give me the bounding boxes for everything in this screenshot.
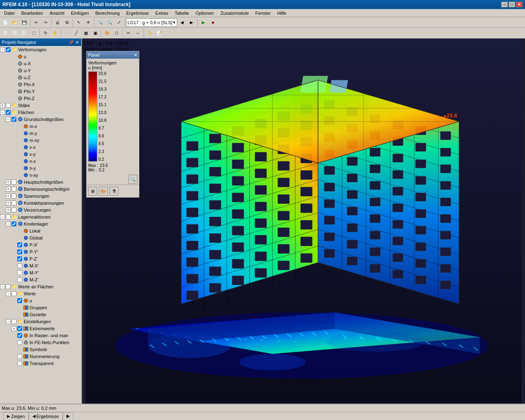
tree-expand-icon[interactable]: + xyxy=(11,326,16,331)
tree-item-in-raster--und-man[interactable]: In Raster- und man xyxy=(0,332,81,339)
tree-item-transparent[interactable]: Transparent xyxy=(0,360,81,367)
tree-item-m-x-[interactable]: M-X' xyxy=(0,262,81,269)
tree-item-hauptschnittgr--en[interactable]: +Hauptschnittgrößen xyxy=(0,178,81,185)
nav-scroll-area[interactable]: −📁Verformungenuu-Xu-Yu-ZPhi-XPhi-YPhi-Z+… xyxy=(0,46,81,404)
tree-item-p-x-[interactable]: P-X' xyxy=(0,241,81,248)
tree-item-global[interactable]: Global xyxy=(0,234,81,241)
tree-checkbox[interactable] xyxy=(6,47,11,52)
tree-checkbox[interactable] xyxy=(11,180,16,185)
pan-button[interactable]: ✋ xyxy=(50,29,59,38)
copy-button[interactable]: ⧉ xyxy=(62,18,71,27)
tree-expand-icon[interactable]: − xyxy=(6,319,11,324)
tree-expand-icon[interactable]: + xyxy=(6,180,11,185)
move-button[interactable]: ✛ xyxy=(84,18,93,27)
3d-building-visualization[interactable]: 23.6 xyxy=(82,39,525,404)
tree-checkbox[interactable] xyxy=(17,326,22,331)
tree-item-gezielte[interactable]: Gezielte xyxy=(0,311,81,318)
undo-button[interactable]: ↩ xyxy=(32,18,41,27)
tree-expand-icon[interactable]: + xyxy=(6,208,11,212)
tree-item-werte-an-fl-chen[interactable]: −📁Werte an Flächen xyxy=(0,283,81,290)
rotate-button[interactable]: ↻ xyxy=(41,29,50,38)
tree-item-lokal[interactable]: Lokal xyxy=(0,227,81,234)
minimize-button[interactable]: ─ xyxy=(501,2,508,7)
tree-checkbox[interactable] xyxy=(11,187,16,192)
tree-item-n-x[interactable]: n-x xyxy=(0,158,81,164)
nav-close-button[interactable]: ✕ xyxy=(75,40,80,45)
tree-checkbox[interactable] xyxy=(17,354,22,359)
tree-expand-icon[interactable]: + xyxy=(6,187,11,192)
open-button[interactable]: 📂 xyxy=(10,18,19,27)
tree-expand-icon[interactable]: − xyxy=(0,47,5,52)
nav-prev-button[interactable]: ◀ xyxy=(178,18,187,27)
tree-item-p-z-[interactable]: P-Z' xyxy=(0,255,81,262)
panel-filter-button[interactable]: ⚗ xyxy=(110,187,119,196)
view-3d[interactable]: ⬚ xyxy=(29,29,38,38)
tree-checkbox[interactable] xyxy=(17,249,22,254)
display-nodes[interactable]: · xyxy=(62,29,71,38)
tree-item-u[interactable]: u xyxy=(0,297,81,304)
panel-zoom-button[interactable]: 🔍 xyxy=(128,175,137,184)
display-lines[interactable]: ╱ xyxy=(72,29,81,38)
tree-expand-icon[interactable]: − xyxy=(6,117,11,122)
tree-item-m-y-[interactable]: M-Y' xyxy=(0,269,81,276)
tree-item-lagerreaktionen[interactable]: −📁Lagerreaktionen xyxy=(0,213,81,220)
tree-checkbox[interactable] xyxy=(17,333,22,338)
stop-button[interactable]: ■ xyxy=(208,18,217,27)
tree-item-u[interactable]: u xyxy=(0,53,81,60)
tree-item-verformungen[interactable]: −📁Verformungen xyxy=(0,46,81,53)
menu-extras[interactable]: Extras xyxy=(152,10,171,16)
new-button[interactable]: 📄 xyxy=(1,18,10,27)
zoom-in-button[interactable]: 🔍 xyxy=(96,18,105,27)
display-surfaces[interactable]: ▦ xyxy=(81,29,90,38)
view-front[interactable]: ⬜ xyxy=(1,29,10,38)
tree-item-fl-chen[interactable]: −📁Flächen xyxy=(0,109,81,116)
tree-item-extremwerte[interactable]: +Extremwerte xyxy=(0,325,81,332)
view-top[interactable]: ⬜ xyxy=(10,29,19,38)
tree-expand-icon[interactable]: − xyxy=(6,291,11,296)
tree-checkbox[interactable] xyxy=(11,194,16,199)
tree-checkbox[interactable] xyxy=(17,361,22,366)
tree-checkbox[interactable] xyxy=(17,270,22,275)
tree-checkbox[interactable] xyxy=(6,284,11,289)
tree-checkbox[interactable] xyxy=(17,298,22,303)
tree-checkbox[interactable] xyxy=(11,221,16,226)
maximize-button[interactable]: □ xyxy=(509,2,515,7)
save-button[interactable]: 💾 xyxy=(20,18,29,27)
tree-item-symbole[interactable]: Symbole xyxy=(0,346,81,353)
tree-item-knotenlager[interactable]: −Knotenlager xyxy=(0,220,81,227)
tree-expand-icon[interactable]: − xyxy=(0,110,5,115)
tree-checkbox[interactable] xyxy=(17,277,22,282)
tree-expand-icon[interactable]: − xyxy=(6,221,11,226)
close-button[interactable]: ✕ xyxy=(516,2,523,7)
tree-item-grundschnittgr--en[interactable]: −Grundschnittgrößen xyxy=(0,116,81,123)
tree-checkbox[interactable] xyxy=(17,242,22,247)
dims-button[interactable]: ↔ xyxy=(133,29,142,38)
annotation-button[interactable]: 📝 xyxy=(155,29,164,38)
tree-item-kontaktspannungen[interactable]: +Kontaktspannungen xyxy=(0,199,81,206)
measure-button[interactable]: 📏 xyxy=(145,29,154,38)
select-button[interactable]: ↖ xyxy=(74,18,83,27)
menu-hilfe[interactable]: Hilfe xyxy=(274,10,290,16)
tree-item-verzerrungen[interactable]: +Verzerrungen xyxy=(0,206,81,213)
tree-expand-icon[interactable]: + xyxy=(0,103,5,108)
tree-checkbox[interactable] xyxy=(17,340,22,345)
view-side[interactable]: ⬜ xyxy=(20,29,29,38)
tree-checkbox[interactable] xyxy=(6,110,11,115)
tree-item-m-x[interactable]: m-x xyxy=(0,123,81,130)
tree-item-einstellungen[interactable]: −📁Einstellungen xyxy=(0,318,81,325)
panel-header[interactable]: Panel ✕ xyxy=(87,51,139,59)
tree-item-nummerierung[interactable]: Nummerierung xyxy=(0,353,81,360)
nav-arrow-right[interactable]: ▶ xyxy=(63,412,73,420)
menu-datei[interactable]: Datei xyxy=(1,10,18,16)
zoom-all-button[interactable]: ⤢ xyxy=(114,18,123,27)
tree-item-u-x[interactable]: u-X xyxy=(0,60,81,67)
load-case-dropdown[interactable]: LG17 : g + 0,6 n [SLS] ▼ xyxy=(126,18,177,27)
tree-item-spannungen[interactable]: +Spannungen xyxy=(0,192,81,199)
nav-pin-button[interactable]: 📌 xyxy=(68,40,74,45)
panel-color-button[interactable]: 🎨 xyxy=(99,187,108,196)
menu-optionen[interactable]: Optionen xyxy=(192,10,217,16)
tree-item-gruppen[interactable]: Gruppen xyxy=(0,304,81,311)
tree-checkbox[interactable] xyxy=(17,263,22,268)
print-button[interactable]: 🖨 xyxy=(53,18,62,27)
tree-checkbox[interactable] xyxy=(11,319,16,324)
